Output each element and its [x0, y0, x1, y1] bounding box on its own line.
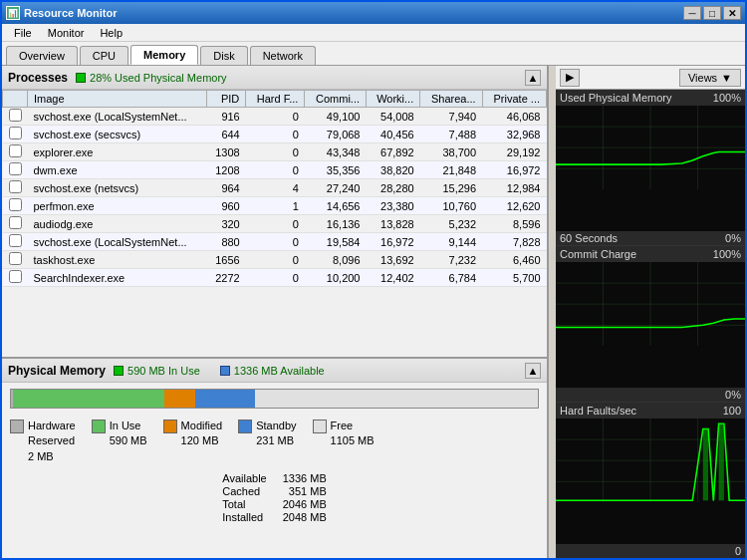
row-checkbox[interactable]	[9, 180, 22, 193]
col-working[interactable]: Worki...	[367, 91, 420, 108]
col-private[interactable]: Private ...	[482, 91, 546, 108]
memory-collapse-btn[interactable]: ▲	[525, 363, 541, 379]
col-image[interactable]: Image	[28, 91, 207, 108]
row-checkbox[interactable]	[9, 127, 22, 140]
col-pid[interactable]: PID	[206, 91, 245, 108]
process-col-2: 0	[246, 126, 305, 143]
process-col-6: 7,828	[482, 233, 546, 251]
legend-hw-text: HardwareReserved2 MB	[28, 419, 76, 464]
process-col-2: 0	[246, 251, 305, 269]
bar-free	[255, 390, 538, 408]
menu-help[interactable]: Help	[92, 27, 130, 39]
chart-physical-memory-area	[556, 106, 745, 231]
table-row[interactable]: svchost.exe (netsvcs)964427,24028,28015,…	[3, 179, 547, 197]
menu-file[interactable]: File	[6, 27, 40, 39]
process-col-6: 46,068	[482, 108, 546, 126]
row-checkbox[interactable]	[9, 270, 22, 283]
process-col-1: 1208	[206, 161, 245, 179]
vertical-scrollbar[interactable]	[548, 66, 556, 558]
table-row[interactable]: perfmon.exe960114,65623,38010,76012,620	[3, 197, 547, 215]
process-col-1: 1308	[206, 143, 245, 161]
processes-table-container[interactable]: Image PID Hard F... Commi... Worki... Sh…	[2, 90, 547, 357]
process-col-6: 32,968	[482, 126, 546, 143]
memory-inuse-badge: 590 MB In Use	[114, 365, 200, 377]
chart-hardfaults-footer: 0	[556, 544, 745, 558]
col-hardfaults[interactable]: Hard F...	[246, 91, 305, 108]
memory-inuse-text: 590 MB In Use	[127, 365, 200, 377]
process-col-4: 28,280	[367, 179, 420, 197]
chart-hardfaults-area	[556, 419, 745, 544]
processes-section: Processes 28% Used Physical Memory ▲ Ima…	[2, 66, 547, 359]
process-name: explorer.exe	[28, 143, 207, 161]
chart-commit-svg	[556, 262, 745, 346]
table-header-row: Image PID Hard F... Commi... Worki... Sh…	[3, 91, 547, 108]
main-area: Processes 28% Used Physical Memory ▲ Ima…	[2, 66, 745, 558]
col-shareable[interactable]: Sharea...	[420, 91, 482, 108]
menu-monitor[interactable]: Monitor	[40, 27, 93, 39]
stat-cached-label: Cached	[222, 485, 266, 497]
chart-commit-max: 100%	[713, 248, 741, 260]
chart-commit-min: 0%	[725, 389, 741, 401]
process-col-3: 79,068	[305, 126, 367, 143]
tab-network[interactable]: Network	[250, 46, 316, 65]
table-row[interactable]: svchost.exe (secsvcs)644079,06840,4567,4…	[3, 126, 547, 143]
tab-disk[interactable]: Disk	[200, 46, 247, 65]
tab-cpu[interactable]: CPU	[80, 46, 128, 65]
process-col-3: 8,096	[305, 251, 367, 269]
col-check[interactable]	[3, 91, 28, 108]
row-checkbox[interactable]	[9, 162, 22, 175]
process-col-6: 8,596	[482, 215, 546, 233]
process-col-4: 40,456	[367, 126, 420, 143]
legend-free: Free1105 MB	[313, 419, 374, 464]
table-row[interactable]: svchost.exe (LocalSystemNet...880019,584…	[3, 233, 547, 251]
minimize-button[interactable]: ─	[683, 6, 701, 20]
table-row[interactable]: explorer.exe1308043,34867,89238,70029,19…	[3, 143, 547, 161]
chart-hardfaults-title: Hard Faults/sec	[560, 405, 636, 417]
row-checkbox[interactable]	[9, 252, 22, 265]
left-panel: Processes 28% Used Physical Memory ▲ Ima…	[2, 66, 548, 558]
process-col-5: 7,232	[420, 251, 482, 269]
row-checkbox[interactable]	[9, 144, 22, 157]
memory-available-badge: 1336 MB Available	[220, 365, 325, 377]
processes-badge: 28% Used Physical Memory	[76, 72, 227, 84]
app-icon: 📊	[6, 6, 20, 20]
process-col-5: 9,144	[420, 233, 482, 251]
chart-hardfaults-max: 100	[723, 405, 741, 417]
process-col-5: 10,760	[420, 197, 482, 215]
process-col-3: 35,356	[305, 161, 367, 179]
maximize-button[interactable]: □	[703, 6, 721, 20]
legend-hw: HardwareReserved2 MB	[10, 419, 76, 464]
col-commit[interactable]: Commi...	[305, 91, 367, 108]
process-col-1: 916	[206, 108, 245, 126]
table-row[interactable]: dwm.exe1208035,35638,82021,84816,972	[3, 161, 547, 179]
table-row[interactable]: svchost.exe (LocalSystemNet...916049,100…	[3, 108, 547, 126]
chart-physical-memory-svg	[556, 106, 745, 189]
process-col-2: 0	[246, 161, 305, 179]
row-checkbox[interactable]	[9, 109, 22, 122]
table-row[interactable]: taskhost.exe165608,09613,6927,2326,460	[3, 251, 547, 269]
table-row[interactable]: audiodg.exe320016,13613,8285,2328,596	[3, 215, 547, 233]
processes-header[interactable]: Processes 28% Used Physical Memory ▲	[2, 66, 547, 90]
views-chevron-icon: ▼	[721, 72, 732, 84]
row-checkbox[interactable]	[9, 216, 22, 229]
legend-inuse: In Use590 MB	[92, 419, 147, 464]
views-button[interactable]: Views ▼	[679, 69, 741, 87]
tab-overview[interactable]: Overview	[6, 46, 78, 65]
process-col-3: 43,348	[305, 143, 367, 161]
table-row[interactable]: SearchIndexer.exe2272010,20012,4026,7845…	[3, 269, 547, 287]
nav-prev-btn[interactable]: ▶	[560, 69, 580, 87]
process-col-1: 644	[206, 126, 245, 143]
row-checkbox[interactable]	[9, 198, 22, 211]
close-button[interactable]: ✕	[723, 6, 741, 20]
chart-commit-charge: Commit Charge 100%	[556, 246, 745, 403]
processes-collapse-btn[interactable]: ▲	[525, 70, 541, 86]
memory-stats: Available 1336 MB Cached 351 MB Total 20…	[2, 468, 547, 527]
process-col-6: 12,984	[482, 179, 546, 197]
title-buttons: ─ □ ✕	[683, 6, 741, 20]
chart-hardfaults-header: Hard Faults/sec 100	[556, 403, 745, 419]
memory-header[interactable]: Physical Memory 590 MB In Use 1336 MB Av…	[2, 359, 547, 383]
row-checkbox[interactable]	[9, 234, 22, 247]
chart-hardfaults-svg	[556, 419, 745, 502]
title-bar-left: 📊 Resource Monitor	[6, 6, 118, 20]
tab-memory[interactable]: Memory	[130, 45, 198, 65]
